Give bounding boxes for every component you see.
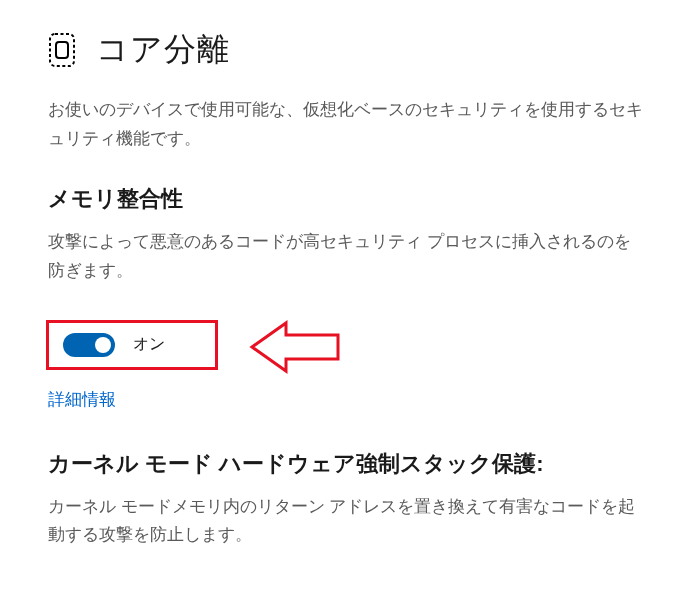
memory-integrity-description: 攻撃によって悪意のあるコードが高セキュリティ プロセスに挿入されるのを防ぎます。 xyxy=(48,228,643,286)
more-info-link[interactable]: 詳細情報 xyxy=(48,388,116,411)
memory-integrity-toggle[interactable] xyxy=(63,333,115,357)
page-title: コア分離 xyxy=(96,28,230,72)
toggle-knob xyxy=(95,337,111,353)
toggle-row: オン xyxy=(46,320,643,378)
arrow-annotation-icon xyxy=(246,319,346,379)
core-isolation-icon xyxy=(48,32,76,68)
kernel-mode-heading: カーネル モード ハードウェア強制スタック保護: xyxy=(48,449,643,479)
svg-rect-1 xyxy=(56,42,68,58)
toggle-highlight-annotation: オン xyxy=(46,320,218,370)
kernel-mode-description: カーネル モードメモリ内のリターン アドレスを置き換えて有害なコードを起動する攻… xyxy=(48,493,643,551)
page-header: コア分離 xyxy=(48,28,643,72)
toggle-state-label: オン xyxy=(133,334,165,355)
memory-integrity-heading: メモリ整合性 xyxy=(48,184,643,214)
page-description: お使いのデバイスで使用可能な、仮想化ベースのセキュリティを使用するセキュリティ機… xyxy=(48,96,643,154)
svg-rect-0 xyxy=(50,34,74,66)
